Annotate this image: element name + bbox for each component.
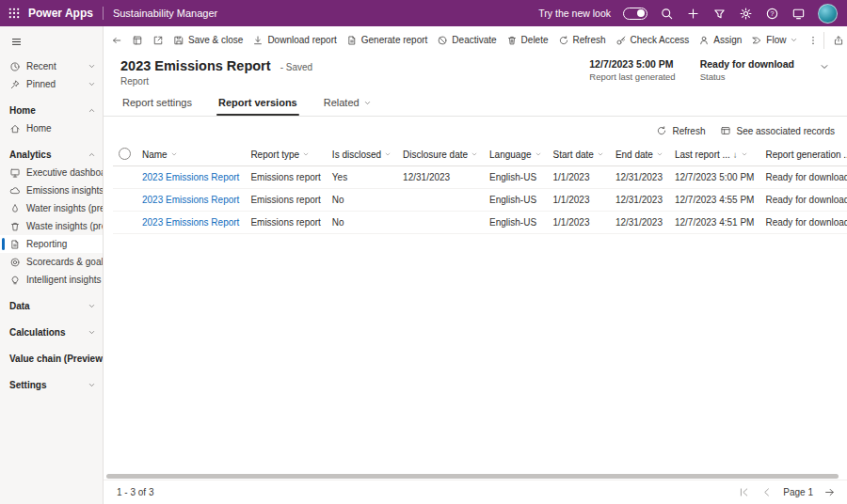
cell-report-generation: Ready for download — [759, 212, 847, 234]
flow-icon — [751, 35, 762, 46]
help-icon[interactable]: ? — [765, 7, 779, 21]
filter-icon[interactable] — [712, 7, 727, 21]
grid-refresh-button[interactable]: Refresh — [649, 122, 711, 139]
window-icon[interactable] — [791, 7, 806, 21]
chevron-down-icon — [790, 36, 798, 44]
cell-disclosure-date: 12/31/2023 — [397, 166, 484, 189]
sidebar-section-value-chain-preview[interactable]: Value chain (Preview) — [0, 350, 103, 368]
sidebar-section-data[interactable]: Data — [0, 297, 103, 315]
deactivate-button[interactable]: Deactivate — [432, 32, 501, 49]
pin-icon — [9, 79, 21, 90]
column-header-end-date[interactable]: End date — [610, 143, 669, 166]
tab-related[interactable]: Related — [322, 95, 374, 116]
column-header-report-generation[interactable]: Report generation ... — [759, 143, 847, 166]
column-header-report-type[interactable]: Report type — [245, 143, 326, 166]
assign-button[interactable]: Assign — [694, 32, 746, 49]
sidebar-item-intelligent-insights-p[interactable]: Intelligent insights (p... — [0, 271, 103, 289]
associated-records-icon — [720, 125, 731, 136]
search-icon[interactable] — [660, 7, 674, 21]
report-version-link[interactable]: 2023 Emissions Report — [142, 217, 239, 228]
see-associated-label: See associated records — [736, 126, 835, 136]
previous-page-button[interactable] — [760, 486, 773, 498]
cell-last-report: 12/7/2023 4:55 PM — [669, 189, 760, 212]
meta-report-last-generated: 12/7/2023 5:00 PM Report last generated — [589, 58, 675, 82]
table-row[interactable]: 2023 Emissions ReportEmissions reportNoE… — [113, 189, 847, 212]
next-page-button[interactable] — [823, 486, 836, 498]
try-new-look-toggle[interactable] — [623, 8, 647, 20]
assign-icon — [698, 35, 710, 46]
check-access-icon — [615, 35, 627, 46]
generate-report-button[interactable]: Generate report — [342, 32, 433, 49]
cell-language: English-US — [484, 212, 548, 234]
back-icon — [111, 35, 122, 46]
delete-button[interactable]: Delete — [502, 32, 553, 49]
cell-last-report: 12/7/2023 4:51 PM — [669, 212, 760, 234]
cell-disclosure-date — [397, 212, 484, 234]
sidebar-item-waste-insights-previ[interactable]: Waste insights (previ... — [0, 217, 103, 235]
sidebar-item-scorecards-goals[interactable]: Scorecards & goals — [0, 253, 103, 271]
show-as-button[interactable] — [127, 32, 148, 49]
download-icon — [252, 35, 264, 46]
sidebar-item-water-insights-previ[interactable]: Water insights (previ... — [0, 199, 103, 217]
meta-status: Ready for download Status — [700, 58, 794, 82]
add-icon[interactable] — [686, 7, 700, 21]
sidebar-item-reporting[interactable]: Reporting — [0, 235, 103, 253]
column-header-is-disclosed[interactable]: Is disclosed — [327, 143, 397, 166]
environment-name[interactable]: Sustainability Manager — [113, 8, 217, 19]
report-versions-grid: NameReport typeIs disclosedDisclosure da… — [113, 143, 847, 234]
table-row[interactable]: 2023 Emissions ReportEmissions reportNoE… — [113, 212, 847, 234]
save-and-close-button[interactable]: Save & close — [168, 32, 248, 49]
report-version-link[interactable]: 2023 Emissions Report — [142, 195, 239, 205]
sidebar-item-pinned[interactable]: Pinned — [0, 75, 103, 93]
first-page-button[interactable] — [738, 486, 750, 498]
chevron-down-icon — [170, 150, 178, 158]
header-expand-chevron[interactable] — [819, 61, 830, 72]
column-header-name[interactable]: Name — [136, 143, 245, 166]
flow-button[interactable]: Flow — [746, 32, 803, 49]
sidebar-section-calculations[interactable]: Calculations — [0, 323, 103, 341]
cell-is-disclosed: Yes — [327, 166, 397, 189]
sidebar-item-executive-dashboard[interactable]: Executive dashboard — [0, 164, 103, 181]
meta-label: Report last generated — [589, 71, 675, 82]
cell-last-report: 12/7/2023 5:00 PM — [669, 166, 760, 189]
table-row[interactable]: 2023 Emissions ReportEmissions reportYes… — [113, 166, 847, 189]
sidebar-section-analytics[interactable]: Analytics — [0, 146, 103, 164]
avatar[interactable] — [818, 4, 838, 24]
app-layout: RecentPinnedHomeHomeAnalyticsExecutive d… — [0, 26, 847, 504]
sidebar-item-emissions-insights[interactable]: Emissions insights — [0, 181, 103, 199]
column-header-disclosure-date[interactable]: Disclosure date — [397, 143, 484, 166]
chevron-down-icon — [363, 99, 372, 107]
hamburger-menu-button[interactable] — [3, 31, 29, 52]
tab-report-settings[interactable]: Report settings — [120, 95, 194, 116]
refresh-button[interactable]: Refresh — [553, 32, 611, 49]
record-meta: 12/7/2023 5:00 PM Report last generated … — [589, 58, 830, 82]
sidebar-section-home[interactable]: Home — [0, 102, 103, 119]
sidebar-item-recent[interactable]: Recent — [0, 57, 103, 75]
save-icon — [173, 35, 184, 46]
select-all-radio[interactable] — [119, 148, 131, 160]
cell-report-generation: Ready for download — [759, 189, 847, 212]
cell-is-disclosed: No — [327, 189, 397, 212]
share-button[interactable]: Share — [828, 32, 847, 49]
back-button[interactable] — [106, 32, 127, 49]
tab-report-versions[interactable]: Report versions — [216, 95, 299, 116]
app-launcher-button[interactable] — [0, 0, 28, 26]
chevron-down-icon — [88, 302, 96, 310]
more-commands-button[interactable] — [803, 32, 823, 49]
sidebar-item-home[interactable]: Home — [0, 119, 103, 137]
column-header-last-report[interactable]: Last report ...↓ — [669, 143, 760, 166]
check-access-button[interactable]: Check Access — [611, 32, 695, 49]
column-header-start-date[interactable]: Start date — [548, 143, 610, 166]
see-associated-records-button[interactable]: See associated records — [713, 122, 841, 139]
gear-icon[interactable] — [739, 7, 753, 21]
report-version-link[interactable]: 2023 Emissions Report — [142, 172, 239, 182]
app-name[interactable]: Power Apps — [28, 7, 93, 20]
clock-icon — [9, 61, 21, 72]
sidebar-section-settings[interactable]: Settings — [0, 376, 103, 394]
download-report-button[interactable]: Download report — [248, 32, 341, 49]
column-header-language[interactable]: Language — [484, 143, 548, 166]
open-in-new-window-button[interactable] — [148, 32, 168, 49]
horizontal-scrollbar[interactable] — [106, 474, 839, 479]
cell-start-date: 1/1/2023 — [548, 212, 610, 234]
grid-refresh-label: Refresh — [672, 126, 705, 136]
